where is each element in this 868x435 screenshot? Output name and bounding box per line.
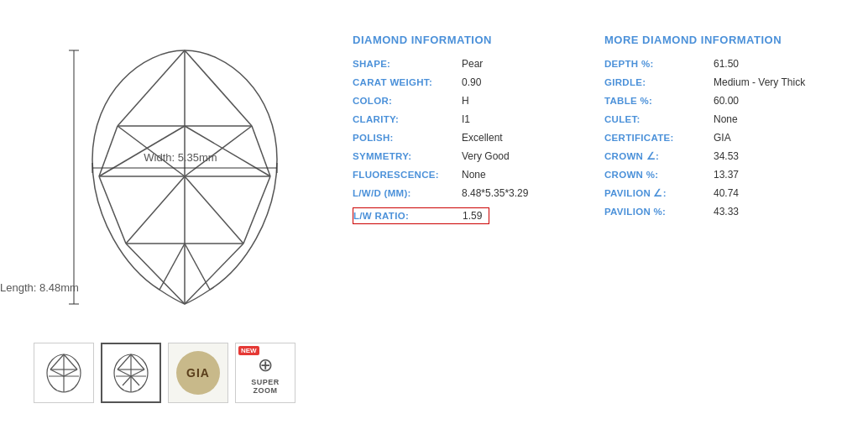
svg-line-7 bbox=[252, 126, 270, 176]
label-crown-pct: CROWN %: bbox=[604, 170, 714, 180]
label-table: TABLE %: bbox=[604, 96, 714, 106]
info-row-culet: CULET: None bbox=[604, 113, 806, 125]
gia-logo: GIA bbox=[176, 351, 220, 395]
svg-line-18 bbox=[159, 244, 185, 290]
svg-line-40 bbox=[131, 369, 144, 376]
value-color: H bbox=[462, 95, 469, 107]
value-crown-pct: 13.37 bbox=[714, 169, 739, 181]
value-depth: 61.50 bbox=[714, 58, 739, 70]
value-crown-angle: 34.53 bbox=[714, 150, 739, 162]
info-row-polish: POLISH: Excellent bbox=[353, 132, 554, 144]
info-row-symmetry: SYMMETRY: Very Good bbox=[353, 150, 554, 162]
lw-ratio-row: L/W RATIO: 1.59 bbox=[353, 207, 489, 224]
main-container: Width: 5.35mm Length: 8.48mm bbox=[0, 0, 868, 420]
info-row-depth: DEPTH %: 61.50 bbox=[604, 58, 806, 70]
value-girdle: Medium - Very Thick bbox=[714, 76, 805, 88]
svg-line-30 bbox=[50, 354, 64, 369]
svg-line-13 bbox=[243, 176, 270, 244]
svg-line-14 bbox=[126, 176, 185, 244]
label-crown-angle: CROWN ∠: bbox=[604, 150, 714, 162]
zoom-icon: ⊕ bbox=[258, 354, 273, 376]
label-clarity: CLARITY: bbox=[353, 114, 462, 124]
value-lw-ratio: 1.59 bbox=[463, 210, 482, 222]
thumb-gia[interactable]: GIA bbox=[168, 343, 228, 403]
thumb-top-view[interactable] bbox=[101, 343, 161, 403]
thumbnails-row: GIA NEW ⊕ SUPERZOOM bbox=[34, 343, 295, 403]
value-certificate: GIA bbox=[714, 132, 731, 144]
svg-line-33 bbox=[64, 369, 77, 376]
svg-line-38 bbox=[131, 354, 144, 369]
length-label: Length: 8.48mm bbox=[0, 281, 79, 294]
svg-line-15 bbox=[185, 176, 243, 244]
more-diamond-info-title: MORE DIAMOND INFORMATION bbox=[604, 34, 806, 46]
info-row-lwd: L/W/D (MM): 8.48*5.35*3.29 bbox=[353, 187, 554, 199]
svg-line-39 bbox=[118, 369, 131, 376]
info-row-table: TABLE %: 60.00 bbox=[604, 95, 806, 107]
value-carat: 0.90 bbox=[462, 76, 481, 88]
value-pavilion-pct: 43.33 bbox=[714, 206, 739, 218]
svg-line-32 bbox=[50, 369, 64, 376]
value-fluorescence: None bbox=[462, 169, 486, 181]
info-row-fluorescence: FLUORESCENCE: None bbox=[353, 169, 554, 181]
thumb-super-zoom[interactable]: NEW ⊕ SUPERZOOM bbox=[235, 343, 295, 403]
super-zoom-label: SUPERZOOM bbox=[251, 378, 280, 395]
diamond-info-section: DIAMOND INFORMATION SHAPE: Pear CARAT WE… bbox=[353, 34, 554, 403]
label-symmetry: SYMMETRY: bbox=[353, 151, 462, 161]
right-panel: DIAMOND INFORMATION SHAPE: Pear CARAT WE… bbox=[353, 25, 851, 403]
info-row-pavilion-pct: PAVILION %: 43.33 bbox=[604, 206, 806, 218]
svg-line-41 bbox=[123, 376, 131, 385]
label-shape: SHAPE: bbox=[353, 59, 462, 69]
value-clarity: I1 bbox=[462, 113, 470, 125]
svg-line-42 bbox=[131, 376, 139, 385]
info-row-color: COLOR: H bbox=[353, 95, 554, 107]
label-lw-ratio: L/W RATIO: bbox=[353, 211, 463, 221]
value-polish: Excellent bbox=[462, 132, 503, 144]
label-fluorescence: FLUORESCENCE: bbox=[353, 170, 462, 180]
diamond-diagram: Width: 5.35mm Length: 8.48mm bbox=[50, 25, 319, 328]
label-carat: CARAT WEIGHT: bbox=[353, 77, 462, 87]
value-table: 60.00 bbox=[714, 95, 739, 107]
new-badge: NEW bbox=[238, 346, 259, 355]
info-row-girdle: GIRDLE: Medium - Very Thick bbox=[604, 76, 806, 88]
label-certificate: CERTIFICATE: bbox=[604, 133, 714, 143]
info-row-clarity: CLARITY: I1 bbox=[353, 113, 554, 125]
more-diamond-info-section: MORE DIAMOND INFORMATION DEPTH %: 61.50 … bbox=[604, 34, 806, 403]
value-culet: None bbox=[714, 113, 738, 125]
svg-line-31 bbox=[64, 354, 77, 369]
label-pavilion-pct: PAVILION %: bbox=[604, 207, 714, 217]
info-row-pavilion-angle: PAVILION ∠: 40.74 bbox=[604, 187, 806, 199]
label-culet: CULET: bbox=[604, 114, 714, 124]
svg-line-5 bbox=[185, 50, 252, 126]
svg-line-37 bbox=[118, 354, 131, 369]
info-row-certificate: CERTIFICATE: GIA bbox=[604, 132, 806, 144]
label-depth: DEPTH %: bbox=[604, 59, 714, 69]
diamond-info-title: DIAMOND INFORMATION bbox=[353, 34, 554, 46]
value-pavilion-angle: 40.74 bbox=[714, 187, 739, 199]
left-panel: Width: 5.35mm Length: 8.48mm bbox=[25, 25, 319, 403]
thumb-side-view[interactable] bbox=[34, 343, 94, 403]
info-row-crown-angle: CROWN ∠: 34.53 bbox=[604, 150, 806, 162]
value-lwd: 8.48*5.35*3.29 bbox=[462, 187, 528, 199]
svg-text:Width: 5.35mm: Width: 5.35mm bbox=[144, 151, 217, 164]
svg-line-16 bbox=[126, 244, 185, 304]
label-polish: POLISH: bbox=[353, 133, 462, 143]
value-symmetry: Very Good bbox=[462, 150, 510, 162]
svg-line-17 bbox=[185, 244, 243, 304]
info-row-crown-pct: CROWN %: 13.37 bbox=[604, 169, 806, 181]
svg-line-4 bbox=[118, 50, 185, 126]
label-girdle: GIRDLE: bbox=[604, 77, 714, 87]
label-color: COLOR: bbox=[353, 96, 462, 106]
svg-line-6 bbox=[99, 126, 118, 176]
info-row-carat: CARAT WEIGHT: 0.90 bbox=[353, 76, 554, 88]
info-row-shape: SHAPE: Pear bbox=[353, 58, 554, 70]
value-shape: Pear bbox=[462, 58, 483, 70]
svg-line-12 bbox=[99, 176, 126, 244]
label-lwd: L/W/D (MM): bbox=[353, 188, 462, 198]
label-pavilion-angle: PAVILION ∠: bbox=[604, 187, 714, 199]
svg-line-19 bbox=[185, 244, 210, 290]
